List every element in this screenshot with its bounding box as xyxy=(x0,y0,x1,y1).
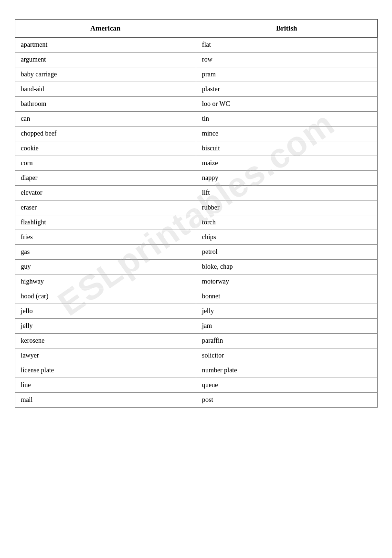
british-term: mince xyxy=(196,126,378,141)
british-term: rubber xyxy=(196,200,378,215)
table-row: bathroomloo or WC xyxy=(15,97,377,112)
british-term: row xyxy=(196,53,378,67)
british-term: bonnet xyxy=(196,289,378,304)
british-term: post xyxy=(196,393,378,408)
british-term: flat xyxy=(196,38,378,53)
british-term: solicitor xyxy=(196,348,378,363)
american-term: argument xyxy=(15,53,196,67)
table-row: lawyersolicitor xyxy=(15,348,377,363)
table-row: diapernappy xyxy=(15,171,377,186)
table-row: keroseneparaffin xyxy=(15,334,377,348)
british-term: petrol xyxy=(196,245,378,260)
table-row: argumentrow xyxy=(15,53,377,67)
table-row: chopped beefmince xyxy=(15,126,377,141)
table-row: cantin xyxy=(15,112,377,126)
british-term: chips xyxy=(196,230,378,245)
british-header: British xyxy=(196,20,378,38)
american-term: flashlight xyxy=(15,215,196,230)
table-row: band-aidplaster xyxy=(15,82,377,97)
british-term: motorway xyxy=(196,274,378,289)
british-term: paraffin xyxy=(196,334,378,348)
british-term: queue xyxy=(196,378,378,393)
table-row: cornmaize xyxy=(15,156,377,171)
table-row: jellojelly xyxy=(15,304,377,319)
british-term: lift xyxy=(196,186,378,200)
table-row: hood (car)bonnet xyxy=(15,289,377,304)
american-term: eraser xyxy=(15,200,196,215)
american-term: chopped beef xyxy=(15,126,196,141)
table-row: frieschips xyxy=(15,230,377,245)
american-term: fries xyxy=(15,230,196,245)
american-term: kerosene xyxy=(15,334,196,348)
american-term: elevator xyxy=(15,186,196,200)
british-term: biscuit xyxy=(196,141,378,156)
table-row: elevatorlift xyxy=(15,186,377,200)
american-term: line xyxy=(15,378,196,393)
british-term: bloke, chap xyxy=(196,260,378,274)
table-header-row: American British xyxy=(15,20,377,38)
table-row: gaspetrol xyxy=(15,245,377,260)
american-term: band-aid xyxy=(15,82,196,97)
american-term: corn xyxy=(15,156,196,171)
table-row: mailpost xyxy=(15,393,377,408)
british-term: maize xyxy=(196,156,378,171)
british-term: loo or WC xyxy=(196,97,378,112)
american-term: lawyer xyxy=(15,348,196,363)
british-term: jam xyxy=(196,319,378,334)
american-term: baby carriage xyxy=(15,67,196,82)
british-term: plaster xyxy=(196,82,378,97)
british-term: torch xyxy=(196,215,378,230)
table-row: flashlighttorch xyxy=(15,215,377,230)
american-term: jello xyxy=(15,304,196,319)
american-term: bathroom xyxy=(15,97,196,112)
american-term: jelly xyxy=(15,319,196,334)
page-container: ESLprintables.com American British apart… xyxy=(15,19,378,408)
american-term: diaper xyxy=(15,171,196,186)
table-row: apartmentflat xyxy=(15,38,377,53)
table-row: license platenumber plate xyxy=(15,363,377,378)
american-term: mail xyxy=(15,393,196,408)
table-row: linequeue xyxy=(15,378,377,393)
american-term: cookie xyxy=(15,141,196,156)
british-term: pram xyxy=(196,67,378,82)
american-term: can xyxy=(15,112,196,126)
american-term: hood (car) xyxy=(15,289,196,304)
american-header: American xyxy=(15,20,196,38)
table-row: jellyjam xyxy=(15,319,377,334)
american-term: guy xyxy=(15,260,196,274)
british-term: nappy xyxy=(196,171,378,186)
american-term: license plate xyxy=(15,363,196,378)
table-row: guybloke, chap xyxy=(15,260,377,274)
table-row: eraserrubber xyxy=(15,200,377,215)
table-row: cookiebiscuit xyxy=(15,141,377,156)
table-row: highwaymotorway xyxy=(15,274,377,289)
american-term: highway xyxy=(15,274,196,289)
british-term: number plate xyxy=(196,363,378,378)
british-term: jelly xyxy=(196,304,378,319)
american-term: apartment xyxy=(15,38,196,53)
table-row: baby carriagepram xyxy=(15,67,377,82)
american-term: gas xyxy=(15,245,196,260)
british-term: tin xyxy=(196,112,378,126)
vocabulary-table: American British apartmentflatargumentro… xyxy=(15,19,378,408)
